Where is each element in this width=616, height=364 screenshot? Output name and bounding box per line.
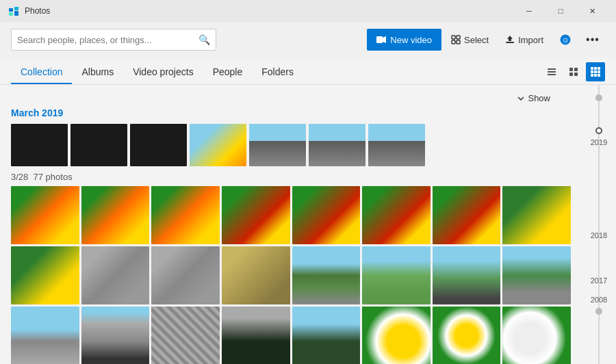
list-item[interactable]	[190, 124, 246, 166]
timeline-dot-current[interactable]	[595, 127, 602, 134]
svg-rect-3	[14, 11, 18, 16]
list-item[interactable]	[222, 307, 290, 364]
more-button[interactable]: •••	[580, 29, 605, 51]
tab-collection[interactable]: Collection	[11, 61, 72, 84]
list-item[interactable]	[222, 246, 290, 304]
search-input[interactable]	[17, 35, 194, 45]
import-icon	[505, 35, 515, 44]
toolbar: 🔍 New video Select Import	[0, 22, 616, 57]
list-item[interactable]	[130, 124, 187, 166]
list-item[interactable]	[81, 246, 150, 304]
maximize-button[interactable]: □	[545, 0, 576, 22]
timeline-sidebar: 2019 2018 2017 2008	[582, 85, 616, 364]
top-row	[11, 124, 571, 166]
svg-rect-26	[598, 70, 600, 73]
svg-rect-10	[506, 42, 514, 43]
list-item[interactable]	[292, 307, 361, 364]
list-item[interactable]	[81, 186, 150, 244]
nav-tabs-right	[542, 62, 605, 84]
list-item[interactable]	[362, 246, 431, 304]
svg-rect-21	[591, 67, 593, 70]
svg-rect-6	[452, 36, 455, 39]
list-item[interactable]	[11, 186, 79, 244]
import-button[interactable]: Import	[498, 29, 550, 51]
timeline-year-2019[interactable]: 2019	[591, 138, 607, 146]
svg-rect-15	[548, 71, 556, 73]
nav-tabs-left: Collection Albums Video projects People …	[11, 61, 303, 84]
list-item[interactable]	[502, 186, 571, 244]
svg-rect-1	[14, 7, 18, 10]
svg-rect-14	[548, 68, 556, 70]
view-grid-small-button[interactable]	[564, 62, 583, 81]
title-bar-controls: ─ □ ✕	[513, 0, 608, 22]
nav-tabs: Collection Albums Video projects People …	[0, 57, 616, 85]
svg-rect-27	[591, 74, 593, 77]
list-item[interactable]	[81, 307, 150, 364]
photos-icon	[8, 5, 19, 16]
list-item[interactable]	[502, 307, 571, 364]
svg-rect-18	[574, 68, 578, 71]
list-item[interactable]	[362, 307, 431, 364]
photo-grid-row-2	[11, 246, 571, 304]
list-item[interactable]	[70, 124, 127, 166]
photo-area[interactable]: Show March 2019 3/28 77 photos	[0, 85, 582, 364]
tab-albums[interactable]: Albums	[72, 61, 123, 84]
select-button[interactable]: Select	[444, 29, 496, 51]
list-item[interactable]	[362, 186, 431, 244]
list-item[interactable]	[11, 307, 79, 364]
close-button[interactable]: ✕	[576, 0, 608, 22]
photo-grid-row-1	[11, 186, 571, 244]
list-item[interactable]	[309, 124, 365, 166]
list-item[interactable]	[151, 246, 220, 304]
view-grid-large-button[interactable]	[586, 62, 605, 81]
list-item[interactable]	[433, 186, 501, 244]
search-box[interactable]: 🔍	[11, 29, 216, 51]
list-item[interactable]	[433, 246, 501, 304]
connected-icon: ⊙	[559, 34, 572, 46]
svg-rect-24	[591, 70, 593, 73]
svg-rect-4	[376, 36, 383, 43]
svg-rect-7	[457, 36, 460, 39]
svg-rect-20	[574, 73, 578, 76]
tab-video-projects[interactable]: Video projects	[123, 61, 203, 84]
list-item[interactable]	[368, 124, 425, 166]
list-item[interactable]	[292, 246, 361, 304]
list-item[interactable]	[151, 186, 220, 244]
minimize-button[interactable]: ─	[513, 0, 545, 22]
tab-people[interactable]: People	[203, 61, 253, 84]
list-item[interactable]	[249, 124, 306, 166]
select-icon	[451, 35, 461, 44]
video-icon	[376, 35, 386, 44]
svg-rect-28	[594, 74, 597, 77]
timeline-dot-bottom	[595, 308, 602, 315]
svg-rect-2	[9, 12, 13, 16]
view-list-button[interactable]	[542, 62, 561, 81]
timeline-year-2018[interactable]: 2018	[591, 231, 607, 239]
list-item[interactable]	[292, 186, 361, 244]
timeline-year-2017[interactable]: 2017	[591, 276, 607, 285]
tab-folders[interactable]: Folders	[252, 61, 303, 84]
list-item[interactable]	[151, 307, 220, 364]
timeline-year-2008[interactable]: 2008	[591, 296, 607, 304]
svg-rect-25	[594, 70, 597, 73]
list-item[interactable]	[222, 186, 290, 244]
svg-marker-5	[383, 36, 386, 43]
list-item[interactable]	[11, 246, 79, 304]
show-button[interactable]: Show	[517, 93, 550, 103]
svg-marker-11	[507, 36, 513, 41]
list-item[interactable]	[433, 307, 501, 364]
connected-button[interactable]: ⊙	[553, 29, 578, 51]
app-title: Photos	[25, 6, 50, 16]
arrow-down-icon	[517, 94, 525, 103]
title-bar: Photos ─ □ ✕	[0, 0, 616, 22]
list-view-icon	[546, 66, 557, 77]
svg-rect-0	[9, 8, 13, 12]
svg-rect-22	[594, 67, 597, 70]
section-title: March 2019	[11, 107, 571, 118]
search-icon[interactable]: 🔍	[198, 34, 210, 45]
new-video-button[interactable]: New video	[367, 29, 441, 51]
list-item[interactable]	[502, 246, 571, 304]
svg-rect-9	[457, 40, 460, 44]
grid-large-icon	[590, 66, 601, 77]
list-item[interactable]	[11, 124, 68, 166]
